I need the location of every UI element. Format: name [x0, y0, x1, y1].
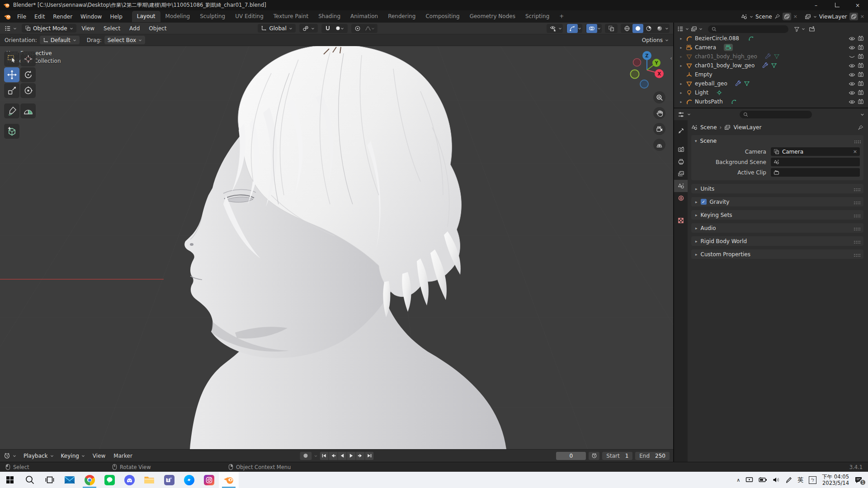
object-name[interactable]: Light [695, 89, 708, 96]
taskbar-chrome[interactable] [80, 472, 99, 488]
hide-eye-icon[interactable] [849, 71, 855, 78]
scene-selector[interactable]: Scene × [741, 13, 797, 20]
custom-properties-panel-header[interactable]: ▸ Custom Properties [691, 249, 863, 259]
panel-drag-handle[interactable] [854, 202, 855, 202]
background-scene-field[interactable] [771, 158, 860, 166]
move-tool[interactable] [4, 67, 19, 82]
add-cube-tool[interactable] [4, 124, 19, 139]
chevron-down-icon[interactable] [860, 113, 864, 117]
object-name[interactable]: BezierCircle.088 [695, 35, 739, 42]
render-visibility-icon[interactable] [858, 99, 864, 105]
expand-icon[interactable]: ▸ [679, 46, 684, 50]
curve-data-icon[interactable] [748, 35, 754, 42]
pivot-point-dropdown[interactable] [299, 24, 318, 33]
menu-view[interactable]: View [78, 24, 98, 33]
outliner-row[interactable]: ▸ Light [674, 88, 868, 97]
drag-mode-dropdown[interactable]: Select Box [104, 36, 145, 44]
scale-tool[interactable] [4, 83, 19, 98]
use-preview-range-button[interactable] [589, 452, 599, 460]
add-workspace-button[interactable]: + [554, 11, 569, 22]
camera-field[interactable]: Camera × [771, 147, 860, 156]
auto-keying-button[interactable] [300, 452, 311, 460]
taskbar-blender[interactable] [219, 472, 239, 488]
hide-eye-icon[interactable] [849, 35, 855, 42]
editor-type-button[interactable] [4, 24, 20, 33]
render-visibility-icon[interactable] [858, 44, 864, 51]
menu-help[interactable]: Help [106, 12, 126, 22]
taskbar-mail[interactable] [60, 472, 80, 488]
solid-shading-button[interactable] [632, 24, 643, 33]
axis-neg-x-ball[interactable] [631, 70, 639, 79]
volume-icon[interactable] [773, 477, 780, 483]
axis-neg-z-ball[interactable] [640, 80, 648, 88]
object-name[interactable]: NurbsPath [695, 99, 723, 105]
tab-scene[interactable] [674, 180, 688, 192]
hide-eye-icon[interactable] [849, 89, 855, 96]
action-center-button[interactable]: 1 [854, 476, 863, 483]
new-collection-icon[interactable] [809, 26, 815, 32]
select-box-tool[interactable] [4, 52, 19, 66]
jump-to-start-button[interactable] [320, 452, 328, 460]
tab-compositing[interactable]: Compositing [420, 11, 464, 22]
hide-eye-icon[interactable] [849, 62, 855, 69]
tab-rendering[interactable]: Rendering [383, 11, 420, 22]
menu-object[interactable]: Object [145, 24, 170, 33]
tab-shading[interactable]: Shading [313, 11, 345, 22]
options-dropdown[interactable]: Options [642, 37, 669, 43]
prev-keyframe-button[interactable] [329, 452, 337, 460]
minimize-button[interactable]: – [806, 0, 826, 10]
camera-view-button[interactable] [653, 123, 665, 135]
object-name[interactable]: eyeball_geo [695, 80, 727, 87]
light-data-icon[interactable] [716, 89, 722, 96]
tab-geometry-nodes[interactable]: Geometry Nodes [465, 11, 520, 22]
transform-orientation-dropdown[interactable]: Global [258, 24, 295, 33]
timeline-marker-menu[interactable]: Marker [110, 451, 136, 460]
snap-target-dropdown[interactable] [333, 24, 347, 33]
mode-dropdown[interactable]: Object Mode [22, 24, 76, 33]
keying-sets-panel-header[interactable]: ▸ Keying Sets [691, 210, 863, 220]
blender-menu-icon[interactable] [4, 14, 11, 20]
overlays-toggle-button[interactable] [586, 24, 597, 33]
frame-end-field[interactable]: End 250 [635, 452, 670, 460]
measure-tool[interactable] [20, 103, 36, 118]
timeline-view-menu[interactable]: View [89, 451, 109, 460]
playback-menu[interactable]: Playback [20, 451, 57, 460]
object-name[interactable]: char01_body_low_geo [695, 62, 755, 69]
object-name[interactable]: Empty [695, 71, 712, 78]
outliner-row[interactable]: ▸ BezierCircle.088 [674, 34, 868, 43]
collapse-sidebar-icon[interactable]: ‹ [670, 55, 672, 61]
tab-texture[interactable] [674, 214, 688, 226]
current-frame-field[interactable]: 0 [556, 452, 586, 460]
hidden-icons-chevron[interactable]: ∧ [736, 477, 740, 483]
filter-icon[interactable] [794, 26, 800, 32]
expand-icon[interactable]: ▸ [679, 100, 684, 104]
frame-start-field[interactable]: Start 1 [602, 452, 632, 460]
task-view-button[interactable] [40, 472, 60, 488]
modifier-wrench-icon[interactable] [735, 80, 741, 87]
expand-icon[interactable]: ▸ [679, 91, 684, 95]
outliner-row[interactable]: ▸ NurbsPath [674, 97, 868, 106]
object-name[interactable]: char01_body_high_geo [695, 53, 757, 60]
pin-id-button[interactable] [858, 125, 863, 131]
modifier-wrench-icon[interactable] [765, 53, 771, 60]
taskbar-discord[interactable] [119, 472, 139, 488]
tab-uv-editing[interactable]: UV Editing [230, 11, 269, 22]
outliner-row[interactable]: Empty [674, 70, 868, 79]
xray-toggle-button[interactable] [606, 24, 617, 33]
outliner-editor-icon[interactable] [677, 26, 684, 32]
hide-eye-icon[interactable] [849, 99, 855, 105]
restore-button[interactable] [826, 0, 847, 10]
outliner-search-input[interactable] [708, 25, 788, 33]
expand-icon[interactable]: ▸ [679, 55, 684, 59]
battery-icon[interactable] [759, 477, 767, 483]
new-scene-button[interactable] [783, 13, 791, 20]
hide-eye-icon[interactable] [849, 80, 855, 87]
panel-drag-handle[interactable] [854, 188, 855, 189]
pan-button[interactable] [653, 107, 665, 119]
menu-file[interactable]: File [13, 12, 30, 22]
tab-output[interactable] [674, 155, 688, 168]
rigid-body-world-panel-header[interactable]: ▸ Rigid Body World [691, 236, 863, 246]
properties-editor-icon[interactable] [678, 111, 684, 118]
camera-data-selected[interactable] [724, 44, 733, 51]
taskbar-file-explorer[interactable] [139, 472, 159, 488]
